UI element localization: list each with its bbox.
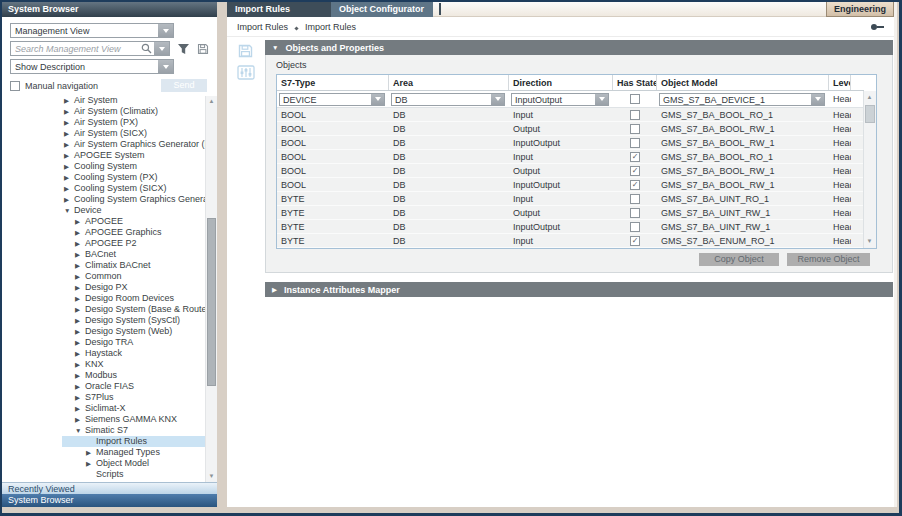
- has-state-checkbox[interactable]: [630, 124, 640, 134]
- expand-icon[interactable]: ▶: [75, 293, 85, 304]
- expand-icon[interactable]: ▶: [75, 249, 85, 260]
- instance-attributes-mapper-section-header[interactable]: ▶ Instance Attributes Mapper: [265, 282, 893, 297]
- scroll-up-icon[interactable]: ▲: [206, 96, 217, 107]
- tree-item[interactable]: ▶APOGEE System: [62, 150, 205, 161]
- tree-item[interactable]: ▶Desigo TRA: [62, 337, 205, 348]
- expand-icon[interactable]: ▶: [64, 139, 74, 150]
- has-state-checkbox[interactable]: [630, 194, 640, 204]
- column-header[interactable]: Level: [829, 75, 851, 90]
- breadcrumb-item[interactable]: Import Rules: [237, 22, 288, 32]
- save-search-button[interactable]: [197, 43, 209, 55]
- tree-item[interactable]: ▶Siclimat-X: [62, 403, 205, 414]
- has-state-checkbox[interactable]: ✓: [630, 166, 640, 176]
- table-scrollbar-thumb[interactable]: [865, 105, 875, 123]
- description-selector[interactable]: Show Description: [10, 59, 174, 74]
- has-state-checkbox[interactable]: [630, 110, 640, 120]
- column-header[interactable]: S7-Type: [277, 75, 389, 90]
- copy-object-button[interactable]: Copy Object: [699, 253, 779, 266]
- expand-icon[interactable]: ▶: [75, 216, 85, 227]
- dropdown-button[interactable]: [371, 94, 384, 105]
- tab-import-rules[interactable]: Import Rules: [227, 2, 331, 17]
- has-state-checkbox[interactable]: [630, 222, 640, 232]
- expand-icon[interactable]: ▶: [64, 172, 74, 183]
- tree-item[interactable]: Import Rules: [62, 436, 205, 447]
- tree-item[interactable]: ▶Cooling System: [62, 161, 205, 172]
- dropdown-button[interactable]: [158, 24, 173, 37]
- scroll-down-icon[interactable]: ▼: [864, 236, 875, 247]
- filter-button[interactable]: [177, 43, 190, 55]
- tree-item[interactable]: ▶APOGEE: [62, 216, 205, 227]
- column-header[interactable]: Object Model: [657, 75, 829, 90]
- object-model-select[interactable]: GMS_S7_BA_DEVICE_1: [659, 93, 825, 106]
- tree-item[interactable]: ▼Simatic S7: [62, 425, 205, 436]
- expand-icon[interactable]: ▶: [64, 128, 74, 139]
- tree-item[interactable]: ▶Air System (Climatix): [62, 106, 205, 117]
- view-selector[interactable]: Management View: [10, 23, 174, 38]
- expand-icon[interactable]: ▶: [64, 106, 74, 117]
- table-row[interactable]: BYTEDBInput✓GMS_S7_BA_ENUM_RO_1Header: [277, 234, 864, 248]
- direction-select[interactable]: InputOutput: [511, 93, 609, 106]
- tree-item[interactable]: ▶Air System Graphics Generator (PX): [62, 139, 205, 150]
- expand-icon[interactable]: ▶: [64, 194, 74, 205]
- expand-icon[interactable]: ▶: [75, 348, 85, 359]
- expand-icon[interactable]: ▶: [75, 260, 85, 271]
- dropdown-button[interactable]: [811, 94, 824, 105]
- tree-item[interactable]: ▶Managed Types: [62, 447, 205, 458]
- tree-item[interactable]: ▶S7Plus: [62, 392, 205, 403]
- table-row[interactable]: BYTEDBOutputGMS_S7_BA_UINT_RW_1Header: [277, 206, 864, 220]
- search-dropdown-button[interactable]: [154, 42, 169, 55]
- table-row[interactable]: BYTEDBInputGMS_S7_BA_UINT_RO_1Header: [277, 192, 864, 206]
- tree-scrollbar[interactable]: ▲ ▼: [205, 96, 217, 482]
- tree-item[interactable]: ▶Cooling System Graphics Generator (PX): [62, 194, 205, 205]
- has-state-checkbox[interactable]: [630, 208, 640, 218]
- table-row[interactable]: BOOLDBOutputGMS_S7_BA_BOOL_RW_1Header: [277, 122, 864, 136]
- s7-type-select[interactable]: DEVICE: [279, 93, 385, 106]
- table-row[interactable]: BYTEDBInputOutputGMS_S7_BA_UINT_RW_1Head…: [277, 220, 864, 234]
- tree-scrollbar-thumb[interactable]: [207, 218, 216, 386]
- expand-icon[interactable]: ▶: [75, 326, 85, 337]
- column-settings-button[interactable]: [234, 65, 258, 80]
- manual-navigation-checkbox[interactable]: [10, 81, 20, 91]
- expand-icon[interactable]: ▶: [75, 304, 85, 315]
- collapse-icon[interactable]: ▼: [272, 44, 278, 51]
- engineering-mode-tab[interactable]: Engineering: [826, 2, 894, 17]
- expand-icon[interactable]: ▶: [64, 117, 74, 128]
- tree-item[interactable]: ▶Desigo System (Web): [62, 326, 205, 337]
- table-row[interactable]: BOOLDBInputOutput✓GMS_S7_BA_BOOL_RW_1Hea…: [277, 178, 864, 192]
- expand-icon[interactable]: ▶: [75, 282, 85, 293]
- expand-icon[interactable]: ▶: [75, 414, 85, 425]
- expand-icon[interactable]: ▶: [64, 161, 74, 172]
- tree-item[interactable]: ▶Siemens GAMMA KNX: [62, 414, 205, 425]
- tree-item[interactable]: ▶Modbus: [62, 370, 205, 381]
- tree-item[interactable]: ▶Air System (SICX): [62, 128, 205, 139]
- table-row[interactable]: BOOLDBInputGMS_S7_BA_BOOL_RO_1Header: [277, 108, 864, 122]
- expand-icon[interactable]: ▶: [64, 150, 74, 161]
- expand-icon[interactable]: ▶: [75, 315, 85, 326]
- breadcrumb-item[interactable]: Import Rules: [305, 22, 356, 32]
- expand-icon[interactable]: ▶: [75, 392, 85, 403]
- tree-item[interactable]: ▶Desigo PX: [62, 282, 205, 293]
- tree-item[interactable]: ▶APOGEE Graphics: [62, 227, 205, 238]
- panel-splitter[interactable]: [217, 2, 227, 507]
- tree-item[interactable]: ▶Haystack: [62, 348, 205, 359]
- expand-icon[interactable]: ▶: [86, 447, 96, 458]
- collapse-icon[interactable]: ▼: [64, 205, 74, 216]
- tree-item[interactable]: ▶Cooling System (SICX): [62, 183, 205, 194]
- expand-icon[interactable]: ▶: [64, 183, 74, 194]
- dropdown-button[interactable]: [491, 94, 504, 105]
- column-header[interactable]: Area: [389, 75, 509, 90]
- tree-item[interactable]: ▶Desigo System (SysCtl): [62, 315, 205, 326]
- tree-item[interactable]: ▶Object Model: [62, 458, 205, 469]
- system-browser-bar[interactable]: System Browser: [2, 494, 217, 507]
- expand-icon[interactable]: ▶: [272, 286, 277, 294]
- tree-item[interactable]: ▶KNX: [62, 359, 205, 370]
- objects-properties-section-header[interactable]: ▼ Objects and Properties: [265, 40, 893, 55]
- expand-icon[interactable]: ▶: [86, 458, 96, 469]
- expand-icon[interactable]: ▶: [75, 238, 85, 249]
- tree-item[interactable]: ▶Cooling System (PX): [62, 172, 205, 183]
- recently-viewed-bar[interactable]: Recently Viewed: [2, 482, 217, 494]
- dropdown-button[interactable]: [158, 60, 173, 73]
- table-scrollbar[interactable]: ▲ ▼: [863, 91, 876, 248]
- column-header[interactable]: Has State: [613, 75, 657, 90]
- tree-item[interactable]: Scripts: [62, 469, 205, 480]
